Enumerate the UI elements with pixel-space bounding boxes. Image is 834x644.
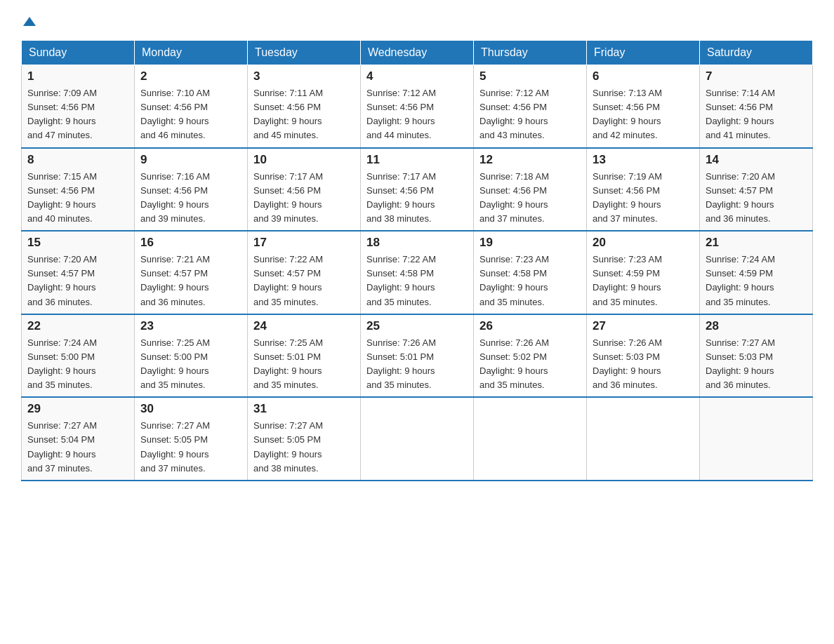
calendar-cell: 25 Sunrise: 7:26 AM Sunset: 5:01 PM Dayl… [361, 314, 474, 398]
calendar-cell: 20 Sunrise: 7:23 AM Sunset: 4:59 PM Dayl… [587, 231, 700, 314]
day-info: Sunrise: 7:20 AM Sunset: 4:57 PM Dayligh… [706, 170, 807, 227]
day-info: Sunrise: 7:27 AM Sunset: 5:05 PM Dayligh… [253, 419, 355, 476]
calendar-cell [361, 397, 474, 481]
calendar-week-row: 22 Sunrise: 7:24 AM Sunset: 5:00 PM Dayl… [22, 314, 813, 398]
logo-triangle-icon [23, 17, 36, 26]
day-number: 31 [253, 402, 355, 416]
calendar-cell: 23 Sunrise: 7:25 AM Sunset: 5:00 PM Dayl… [135, 314, 248, 398]
day-number: 26 [479, 319, 581, 333]
calendar-cell: 24 Sunrise: 7:25 AM Sunset: 5:01 PM Dayl… [248, 314, 361, 398]
day-number: 23 [140, 319, 241, 333]
day-number: 9 [140, 153, 241, 167]
day-info: Sunrise: 7:11 AM Sunset: 4:56 PM Dayligh… [253, 86, 355, 143]
calendar-cell: 9 Sunrise: 7:16 AM Sunset: 4:56 PM Dayli… [135, 148, 248, 232]
day-number: 12 [479, 153, 581, 167]
day-number: 15 [27, 236, 128, 250]
day-info: Sunrise: 7:24 AM Sunset: 4:59 PM Dayligh… [706, 253, 807, 309]
calendar-cell: 6 Sunrise: 7:13 AM Sunset: 4:56 PM Dayli… [587, 65, 700, 148]
day-number: 18 [366, 236, 468, 250]
calendar-cell: 3 Sunrise: 7:11 AM Sunset: 4:56 PM Dayli… [248, 65, 361, 148]
day-number: 16 [140, 236, 241, 250]
day-number: 3 [253, 69, 355, 83]
calendar-cell: 4 Sunrise: 7:12 AM Sunset: 4:56 PM Dayli… [361, 65, 474, 148]
day-info: Sunrise: 7:18 AM Sunset: 4:56 PM Dayligh… [479, 170, 581, 227]
calendar-cell: 28 Sunrise: 7:27 AM Sunset: 5:03 PM Dayl… [700, 314, 813, 398]
calendar-cell: 27 Sunrise: 7:26 AM Sunset: 5:03 PM Dayl… [587, 314, 700, 398]
day-number: 5 [479, 69, 581, 83]
day-number: 11 [366, 153, 468, 167]
day-info: Sunrise: 7:16 AM Sunset: 4:56 PM Dayligh… [140, 170, 241, 227]
calendar-cell: 29 Sunrise: 7:27 AM Sunset: 5:04 PM Dayl… [22, 397, 135, 481]
day-info: Sunrise: 7:26 AM Sunset: 5:03 PM Dayligh… [593, 336, 694, 393]
calendar-cell: 12 Sunrise: 7:18 AM Sunset: 4:56 PM Dayl… [474, 148, 587, 232]
day-info: Sunrise: 7:20 AM Sunset: 4:57 PM Dayligh… [27, 253, 128, 309]
calendar-cell: 13 Sunrise: 7:19 AM Sunset: 4:56 PM Dayl… [587, 148, 700, 232]
day-info: Sunrise: 7:26 AM Sunset: 5:02 PM Dayligh… [479, 336, 581, 393]
day-info: Sunrise: 7:25 AM Sunset: 5:00 PM Dayligh… [140, 336, 241, 393]
calendar-week-row: 15 Sunrise: 7:20 AM Sunset: 4:57 PM Dayl… [22, 231, 813, 314]
day-number: 8 [27, 153, 128, 167]
calendar-cell: 10 Sunrise: 7:17 AM Sunset: 4:56 PM Dayl… [248, 148, 361, 232]
calendar-cell: 15 Sunrise: 7:20 AM Sunset: 4:57 PM Dayl… [22, 231, 135, 314]
calendar-cell: 31 Sunrise: 7:27 AM Sunset: 5:05 PM Dayl… [248, 397, 361, 481]
day-info: Sunrise: 7:21 AM Sunset: 4:57 PM Dayligh… [140, 253, 241, 309]
day-info: Sunrise: 7:15 AM Sunset: 4:56 PM Dayligh… [27, 170, 128, 227]
day-info: Sunrise: 7:17 AM Sunset: 4:56 PM Dayligh… [366, 170, 468, 227]
calendar-cell: 11 Sunrise: 7:17 AM Sunset: 4:56 PM Dayl… [361, 148, 474, 232]
day-number: 13 [593, 153, 694, 167]
day-number: 1 [27, 69, 128, 83]
header-wednesday: Wednesday [361, 41, 474, 65]
day-info: Sunrise: 7:10 AM Sunset: 4:56 PM Dayligh… [140, 86, 241, 143]
header-sunday: Sunday [22, 41, 135, 65]
day-info: Sunrise: 7:24 AM Sunset: 5:00 PM Dayligh… [27, 336, 128, 393]
day-info: Sunrise: 7:09 AM Sunset: 4:56 PM Dayligh… [27, 86, 128, 143]
day-info: Sunrise: 7:13 AM Sunset: 4:56 PM Dayligh… [593, 86, 694, 143]
day-info: Sunrise: 7:14 AM Sunset: 4:56 PM Dayligh… [706, 86, 807, 143]
header-monday: Monday [135, 41, 248, 65]
calendar-week-row: 1 Sunrise: 7:09 AM Sunset: 4:56 PM Dayli… [22, 65, 813, 148]
calendar-cell: 19 Sunrise: 7:23 AM Sunset: 4:58 PM Dayl… [474, 231, 587, 314]
calendar-table: SundayMondayTuesdayWednesdayThursdayFrid… [21, 40, 813, 481]
calendar-cell: 21 Sunrise: 7:24 AM Sunset: 4:59 PM Dayl… [700, 231, 813, 314]
day-number: 7 [706, 69, 807, 83]
day-number: 28 [706, 319, 807, 333]
calendar-cell: 22 Sunrise: 7:24 AM Sunset: 5:00 PM Dayl… [22, 314, 135, 398]
day-info: Sunrise: 7:12 AM Sunset: 4:56 PM Dayligh… [366, 86, 468, 143]
day-info: Sunrise: 7:27 AM Sunset: 5:04 PM Dayligh… [27, 419, 128, 476]
calendar-week-row: 8 Sunrise: 7:15 AM Sunset: 4:56 PM Dayli… [22, 148, 813, 232]
calendar-cell [474, 397, 587, 481]
calendar-cell [587, 397, 700, 481]
day-number: 25 [366, 319, 468, 333]
calendar-header-row: SundayMondayTuesdayWednesdayThursdayFrid… [22, 41, 813, 65]
header-friday: Friday [587, 41, 700, 65]
calendar-cell: 1 Sunrise: 7:09 AM Sunset: 4:56 PM Dayli… [22, 65, 135, 148]
day-info: Sunrise: 7:12 AM Sunset: 4:56 PM Dayligh… [479, 86, 581, 143]
day-info: Sunrise: 7:22 AM Sunset: 4:57 PM Dayligh… [253, 253, 355, 309]
calendar-cell: 5 Sunrise: 7:12 AM Sunset: 4:56 PM Dayli… [474, 65, 587, 148]
day-number: 2 [140, 69, 241, 83]
day-number: 6 [593, 69, 694, 83]
calendar-cell: 7 Sunrise: 7:14 AM Sunset: 4:56 PM Dayli… [700, 65, 813, 148]
calendar-cell: 16 Sunrise: 7:21 AM Sunset: 4:57 PM Dayl… [135, 231, 248, 314]
day-number: 17 [253, 236, 355, 250]
day-number: 19 [479, 236, 581, 250]
calendar-cell: 8 Sunrise: 7:15 AM Sunset: 4:56 PM Dayli… [22, 148, 135, 232]
logo [21, 14, 36, 26]
day-info: Sunrise: 7:17 AM Sunset: 4:56 PM Dayligh… [253, 170, 355, 227]
day-info: Sunrise: 7:25 AM Sunset: 5:01 PM Dayligh… [253, 336, 355, 393]
day-number: 30 [140, 402, 241, 416]
calendar-cell [700, 397, 813, 481]
calendar-cell: 18 Sunrise: 7:22 AM Sunset: 4:58 PM Dayl… [361, 231, 474, 314]
day-number: 29 [27, 402, 128, 416]
calendar-cell: 26 Sunrise: 7:26 AM Sunset: 5:02 PM Dayl… [474, 314, 587, 398]
day-info: Sunrise: 7:22 AM Sunset: 4:58 PM Dayligh… [366, 253, 468, 309]
day-info: Sunrise: 7:19 AM Sunset: 4:56 PM Dayligh… [593, 170, 694, 227]
day-info: Sunrise: 7:27 AM Sunset: 5:05 PM Dayligh… [140, 419, 241, 476]
calendar-cell: 30 Sunrise: 7:27 AM Sunset: 5:05 PM Dayl… [135, 397, 248, 481]
day-info: Sunrise: 7:26 AM Sunset: 5:01 PM Dayligh… [366, 336, 468, 393]
day-number: 22 [27, 319, 128, 333]
header-saturday: Saturday [700, 41, 813, 65]
day-number: 24 [253, 319, 355, 333]
day-info: Sunrise: 7:27 AM Sunset: 5:03 PM Dayligh… [706, 336, 807, 393]
page-header [21, 14, 813, 26]
